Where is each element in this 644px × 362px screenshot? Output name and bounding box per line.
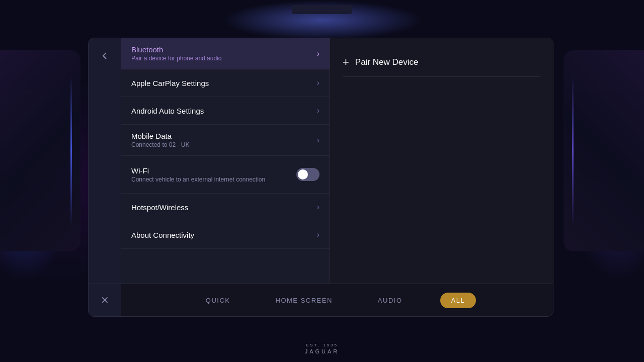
wifi-toggle-thumb bbox=[298, 169, 308, 179]
mobile-data-subtitle: Connected to 02 - UK bbox=[131, 141, 312, 148]
detail-panel: + Pair New Device bbox=[330, 38, 553, 284]
jaguar-logo: EST. 1935 JAGUAR bbox=[305, 343, 340, 354]
ambient-light-left bbox=[70, 75, 72, 226]
menu-panel: Bluetooth Pair a device for phone and au… bbox=[121, 38, 330, 284]
menu-item-apple-carplay[interactable]: Apple CarPlay Settings › bbox=[121, 69, 330, 97]
menu-item-wifi-content: Wi-Fi Connect vehicle to an external int… bbox=[131, 166, 291, 183]
jaguar-est: EST. 1935 bbox=[305, 343, 340, 347]
menu-item-android-auto[interactable]: Android Auto Settings › bbox=[121, 97, 330, 125]
bluetooth-chevron: › bbox=[317, 49, 319, 58]
back-button[interactable] bbox=[95, 46, 115, 66]
nav-item-home-screen[interactable]: HOME SCREEN bbox=[268, 293, 340, 308]
menu-item-hotspot-content: Hotspot/Wireless bbox=[131, 203, 312, 212]
menu-item-carplay-content: Apple CarPlay Settings bbox=[131, 79, 312, 87]
infotainment-screen: Bluetooth Pair a device for phone and au… bbox=[88, 38, 553, 317]
nav-items-container: QUICK HOME SCREEN AUDIO ALL bbox=[121, 293, 553, 308]
menu-item-mobile-content: Mobile Data Connected to 02 - UK bbox=[131, 132, 312, 148]
android-auto-title: Android Auto Settings bbox=[131, 107, 312, 115]
close-button[interactable]: ✕ bbox=[89, 284, 121, 317]
about-connectivity-chevron: › bbox=[317, 230, 319, 239]
main-content-area: Bluetooth Pair a device for phone and au… bbox=[89, 38, 553, 284]
bluetooth-subtitle: Pair a device for phone and audio bbox=[131, 55, 312, 62]
jaguar-name: JAGUAR bbox=[305, 348, 340, 354]
plus-icon: + bbox=[343, 56, 349, 69]
nav-item-audio[interactable]: AUDIO bbox=[370, 293, 410, 308]
menu-item-bluetooth-content: Bluetooth Pair a device for phone and au… bbox=[131, 45, 312, 62]
menu-item-hotspot[interactable]: Hotspot/Wireless › bbox=[121, 194, 330, 221]
wifi-toggle[interactable] bbox=[296, 168, 319, 181]
hotspot-chevron: › bbox=[317, 203, 319, 212]
pair-new-device-label: Pair New Device bbox=[355, 57, 419, 67]
close-icon: ✕ bbox=[101, 294, 109, 306]
menu-item-android-content: Android Auto Settings bbox=[131, 107, 312, 115]
mobile-data-title: Mobile Data bbox=[131, 132, 312, 140]
mobile-data-chevron: › bbox=[317, 136, 319, 145]
ambient-light-right bbox=[572, 75, 574, 226]
menu-item-wifi[interactable]: Wi-Fi Connect vehicle to an external int… bbox=[121, 156, 330, 194]
back-arrow-icon bbox=[99, 50, 111, 62]
top-decorative-bar bbox=[292, 5, 352, 14]
wifi-title: Wi-Fi bbox=[131, 166, 291, 175]
menu-item-about-content: About Connectivity bbox=[131, 231, 312, 239]
hotspot-title: Hotspot/Wireless bbox=[131, 203, 312, 212]
car-interior-left bbox=[0, 50, 80, 251]
menu-item-mobile-data[interactable]: Mobile Data Connected to 02 - UK › bbox=[121, 125, 330, 156]
carplay-title: Apple CarPlay Settings bbox=[131, 79, 312, 87]
pair-new-device-button[interactable]: + Pair New Device bbox=[343, 48, 540, 77]
menu-item-bluetooth[interactable]: Bluetooth Pair a device for phone and au… bbox=[121, 38, 330, 69]
carplay-chevron: › bbox=[317, 78, 319, 87]
wifi-subtitle: Connect vehicle to an external internet … bbox=[131, 176, 291, 183]
car-interior-right bbox=[564, 50, 644, 251]
nav-item-all[interactable]: ALL bbox=[440, 293, 476, 308]
sidebar bbox=[89, 38, 121, 284]
wifi-toggle-track bbox=[296, 168, 319, 181]
about-connectivity-title: About Connectivity bbox=[131, 231, 312, 239]
android-auto-chevron: › bbox=[317, 106, 319, 115]
bottom-navigation: ✕ QUICK HOME SCREEN AUDIO ALL bbox=[89, 284, 553, 316]
menu-item-about-connectivity[interactable]: About Connectivity › bbox=[121, 221, 330, 249]
nav-item-quick[interactable]: QUICK bbox=[198, 293, 238, 308]
bluetooth-title: Bluetooth bbox=[131, 45, 312, 54]
